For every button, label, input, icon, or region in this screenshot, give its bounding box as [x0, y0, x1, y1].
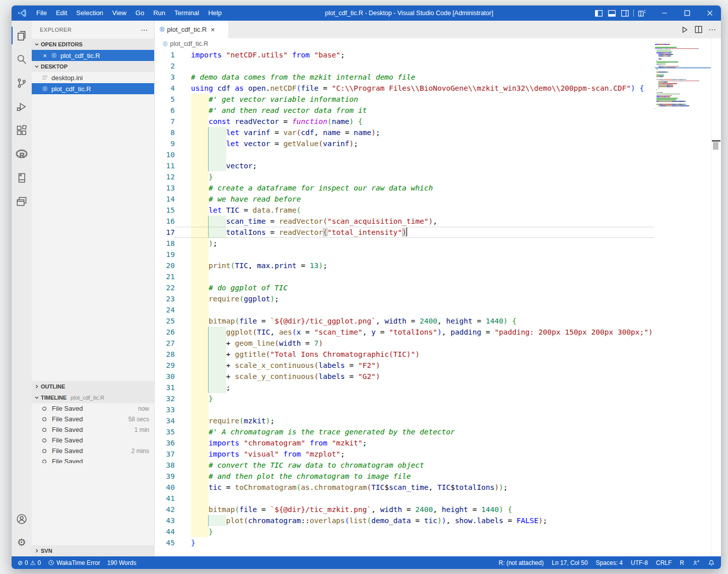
code-line-16[interactable]: 16 scan_time = readVector("scan_acquisit… — [155, 216, 654, 227]
scrollbar-thumb[interactable] — [713, 142, 718, 150]
code-line-14[interactable]: 14 # we have read before — [155, 194, 654, 205]
code-line-10[interactable]: 10 — [155, 149, 654, 160]
code-line-23[interactable]: 23 require(ggplot); — [155, 293, 654, 304]
activity-bar-windows[interactable] — [12, 189, 32, 213]
menu-edit[interactable]: Edit — [51, 6, 72, 21]
menu-file[interactable]: File — [32, 6, 51, 21]
code-line-45[interactable]: 45} — [155, 537, 654, 548]
code-line-28[interactable]: 28 + ggtitle("Total Ions Chromatographic… — [155, 349, 654, 360]
code-line-26[interactable]: 26 ggplot(TIC, aes(x = "scan_time", y = … — [155, 327, 654, 338]
feedback-icon[interactable] — [692, 559, 700, 566]
timeline-item[interactable]: File Saved — [32, 456, 154, 463]
code-line-5[interactable]: 5 #' get vector variable information — [155, 94, 654, 105]
code-line-34[interactable]: 34 require(mzkit); — [155, 415, 654, 426]
activity-bar-source-control[interactable] — [12, 71, 32, 95]
open-editors-header[interactable]: OPEN EDITORS — [32, 39, 154, 50]
tab-close-icon[interactable]: × — [211, 26, 215, 34]
code-line-42[interactable]: 42 bitmap(file = `${@dir}/tic_mzkit.png`… — [155, 504, 654, 515]
code-line-33[interactable]: 33 — [155, 404, 654, 415]
menu-view[interactable]: View — [108, 6, 131, 21]
notifications-bell-icon[interactable] — [708, 559, 715, 566]
code-line-31[interactable]: 31 ; — [155, 382, 654, 393]
split-editor-icon[interactable] — [695, 26, 702, 33]
more-actions-icon[interactable]: ⋯ — [708, 25, 716, 34]
status-utf-8[interactable]: UTF-8 — [631, 559, 648, 566]
wakatime-status[interactable]: WakaTime Error — [48, 559, 100, 566]
customize-layout-icon[interactable] — [636, 6, 649, 21]
status-spaces-4[interactable]: Spaces: 4 — [596, 559, 623, 566]
code-line-9[interactable]: 9 let vector = getValue(varinf); — [155, 138, 654, 149]
code-line-44[interactable]: 44 } — [155, 526, 654, 537]
menu-run[interactable]: Run — [149, 6, 170, 21]
activity-bar-notebook[interactable] — [12, 166, 32, 189]
timeline-item[interactable]: File Savednow — [32, 403, 154, 414]
toggle-primary-sidebar-icon[interactable] — [592, 6, 605, 21]
code-line-36[interactable]: 36 imports "chromatogram" from "mzkit"; — [155, 437, 654, 449]
code-line-18[interactable]: 18 ); — [155, 238, 654, 249]
status-ln-17-col-50[interactable]: Ln 17, Col 50 — [552, 559, 587, 566]
code-line-35[interactable]: 35 #' A chromatogram is the trace genera… — [155, 426, 654, 437]
code-line-40[interactable]: 40 tic = toChromatogram(as.chromatogram(… — [155, 482, 654, 493]
menu-selection[interactable]: Selection — [72, 6, 107, 21]
word-count-status[interactable]: 190 Words — [107, 559, 137, 566]
activity-bar-settings[interactable]: ⚙ — [12, 531, 32, 554]
code-line-7[interactable]: 7 const readVector = function(name) { — [155, 116, 654, 127]
code-line-41[interactable]: 41 — [155, 493, 654, 504]
close-button[interactable] — [698, 6, 721, 21]
code-line-22[interactable]: 22 # do ggplot of TIC — [155, 282, 654, 293]
code-line-27[interactable]: 27 + geom_line(width = 7) — [155, 338, 654, 349]
code-line-1[interactable]: 1imports "netCDF.utils" from "base"; — [155, 49, 654, 60]
code-line-30[interactable]: 30 + scale_y_continuous(labels = "G2") — [155, 371, 654, 382]
code-editor[interactable]: 1imports "netCDF.utils" from "base";23# … — [155, 49, 654, 556]
overview-ruler[interactable] — [711, 38, 721, 556]
code-line-6[interactable]: 6 #' and then read vector data from it — [155, 105, 654, 116]
file-item-plot-cdf-tic[interactable]: ® plot_cdf_tic.R — [32, 83, 154, 94]
code-line-15[interactable]: 15 let TIC = data.frame( — [155, 205, 654, 216]
timeline-section-header[interactable]: TIMELINE plot_cdf_tic.R — [32, 392, 154, 403]
code-line-2[interactable]: 2 — [155, 60, 654, 72]
close-editor-icon[interactable]: × — [41, 52, 49, 59]
file-item-desktop-ini[interactable]: desktop.ini — [32, 72, 154, 83]
timeline-item[interactable]: File Saved58 secs — [32, 414, 154, 424]
timeline-item[interactable]: File Saved1 min — [32, 424, 154, 435]
code-line-8[interactable]: 8 let varinf = var(cdf, name = name); — [155, 127, 654, 138]
folder-section-header[interactable]: DESKTOP — [32, 61, 154, 72]
breadcrumb[interactable]: ® plot_cdf_tic.R — [155, 38, 721, 49]
tab-plot-cdf-tic[interactable]: ® plot_cdf_tic.R × — [155, 21, 228, 38]
open-editor-item[interactable]: × ® plot_cdf_tic.R — [32, 50, 154, 61]
code-line-37[interactable]: 37 imports "visual" from "mzplot"; — [155, 449, 654, 460]
activity-bar-explorer[interactable] — [12, 24, 32, 47]
code-line-13[interactable]: 13 # create a dataframe for inspect our … — [155, 182, 654, 194]
views-more-actions-icon[interactable]: ⋯ — [141, 26, 148, 34]
code-line-19[interactable]: 19 — [155, 249, 654, 260]
activity-bar-search[interactable] — [12, 47, 32, 71]
run-file-icon[interactable] — [681, 26, 689, 34]
status-crlf[interactable]: CRLF — [656, 559, 672, 566]
code-line-21[interactable]: 21 — [155, 271, 654, 282]
code-line-39[interactable]: 39 # and then plot the chromatogram to i… — [155, 471, 654, 482]
code-line-24[interactable]: 24 — [155, 304, 654, 315]
menu-help[interactable]: Help — [204, 6, 226, 21]
outline-section-header[interactable]: OUTLINE — [32, 381, 154, 392]
activity-bar-accounts[interactable] — [12, 507, 32, 531]
code-line-20[interactable]: 20 print(TIC, max.print = 13); — [155, 260, 654, 271]
code-line-32[interactable]: 32 } — [155, 393, 654, 404]
code-line-29[interactable]: 29 + scale_x_continuous(labels = "F2") — [155, 360, 654, 371]
code-line-43[interactable]: 43 plot(chromatogram::overlaps(list(demo… — [155, 515, 654, 526]
problems-status[interactable]: ⊘ 0 ⚠ 0 — [18, 559, 41, 566]
menu-terminal[interactable]: Terminal — [170, 6, 204, 21]
activity-bar-run-and-debug[interactable] — [12, 95, 32, 118]
svn-section-header[interactable]: SVN — [32, 545, 154, 556]
code-line-25[interactable]: 25 bitmap(file = `${@dir}/tic_ggplot.png… — [155, 315, 654, 327]
activity-bar-r-tools[interactable]: R — [12, 142, 32, 166]
activity-bar-extensions[interactable] — [12, 118, 32, 142]
status-r-not-attached[interactable]: R: (not attached) — [499, 559, 544, 566]
code-line-3[interactable]: 3# demo data comes from the mzkit intern… — [155, 72, 654, 83]
timeline-item[interactable]: File Saved — [32, 435, 154, 445]
code-line-38[interactable]: 38 # convert the TIC raw data to chromat… — [155, 460, 654, 471]
code-line-4[interactable]: 4using cdf as open.netCDF(file = "C:\\Pr… — [155, 83, 654, 94]
code-line-17[interactable]: 17 totalIons = readVector("total_intensi… — [155, 227, 654, 238]
status-r[interactable]: R — [680, 559, 684, 566]
menu-go[interactable]: Go — [131, 6, 149, 21]
toggle-panel-icon[interactable] — [605, 6, 618, 21]
